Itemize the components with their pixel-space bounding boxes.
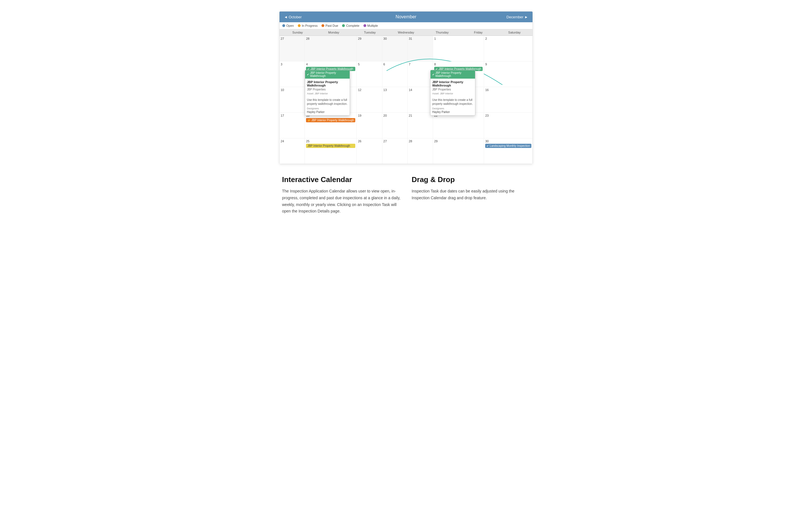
legend-dot-inprogress (298, 24, 301, 27)
cal-cell-nov2: 2 (484, 36, 532, 61)
event-nov18-jbp[interactable]: ⚡ JBP Interior Property Walkthrough (306, 118, 355, 122)
cal-cell-nov23: 23 (484, 113, 532, 138)
popup-nov8: ✔ JBP Interior Property Walkthrough JBP … (430, 70, 475, 116)
popup-nov4-body: JBP Interior Property Walkthrough JBP Pr… (305, 79, 350, 115)
day-header-tue: Tuesday (352, 29, 388, 35)
popup-header-icon: ✔ (307, 73, 309, 76)
popup-nov4: ✔ JBP Interior Property Walkthrough JBP … (305, 70, 350, 116)
popup-nov8-designees-label: Designees (432, 107, 473, 110)
cal-cell-nov12: 12 (357, 87, 382, 112)
event-flash-icon: ⚡ (308, 119, 311, 122)
legend-complete: Complete (342, 24, 359, 27)
cal-cell-nov25: 25 JBP Interior Property Walkthrough (305, 138, 356, 164)
cal-cell-nov18: 18 ⚡ JBP Interior Property Walkthrough (305, 113, 356, 138)
popup-nov4-main-title: JBP Interior Property Walkthrough (307, 80, 348, 87)
cal-cell-nov16: 16 (484, 87, 532, 112)
cal-cell-nov9: 9 (484, 61, 532, 87)
day-header-sat: Saturday (496, 29, 532, 35)
cal-cell-nov6: 6 (382, 61, 407, 87)
cal-cell-nov26: 26 (357, 138, 382, 164)
cal-cell-nov24: 24 (280, 138, 304, 164)
cal-cell-nov7: 7 (408, 61, 433, 87)
legend-label-multiple: Multiple (368, 24, 378, 27)
cal-cell-nov14: 14 (408, 87, 433, 112)
features-section: Interactive Calendar The Inspection Appl… (279, 175, 533, 215)
event-nov30-label: Landscaping Monthly Inspection (490, 144, 530, 147)
day-header-wed: Wednesday (388, 29, 424, 35)
legend-dot-complete (342, 24, 345, 27)
cal-cell-oct27: 27 (280, 36, 304, 61)
day-header-mon: Monday (316, 29, 352, 35)
popup8-header-icon: ✔ (432, 73, 434, 76)
popup-nov8-body: JBP Interior Property Walkthrough JBP Pr… (431, 79, 475, 115)
popup-nov4-desc: Use this template to create a full prope… (307, 98, 348, 106)
popup-nov4-header: ✔ JBP Interior Property Walkthrough (305, 70, 350, 79)
calendar-widget: ◄ October November December ► Open In Pr… (279, 11, 533, 164)
legend-label-inprogress: In Progress (302, 24, 318, 27)
event-nov30-landscaping[interactable]: ✔ Landscaping Monthly Inspection (485, 144, 531, 148)
cal-cell-nov30: 30 ✔ Landscaping Monthly Inspection (484, 138, 532, 164)
cal-cell-nov17: 17 (280, 113, 304, 138)
cal-cell-nov1: 1 (433, 36, 484, 61)
legend-inprogress: In Progress (298, 24, 318, 27)
calendar-header: ◄ October November December ► (280, 11, 532, 22)
legend-label-open: Open (286, 24, 294, 27)
event-nov18-label: JBP Interior Property Walkthrough (311, 119, 354, 122)
popup-nov8-person: Hayley Parker (432, 111, 473, 114)
feature-desc-dragdrop: Inspection Task due dates can be easily … (412, 188, 530, 201)
cal-cell-oct31: 31 (408, 36, 433, 61)
cal-cell-nov13: 13 (382, 87, 407, 112)
prev-month-button[interactable]: ◄ October (284, 15, 302, 19)
popup-header-title: JBP Interior Property Walkthrough (310, 71, 348, 78)
popup-nov8-company: JBP Properties (432, 88, 473, 91)
next-month-button[interactable]: December ► (506, 15, 528, 19)
feature-title-dragdrop: Drag & Drop (412, 175, 530, 184)
popup-nov4-company: JBP Properties (307, 88, 348, 91)
cal-cell-nov28: 28 (408, 138, 433, 164)
cal-cell-nov22: 22 (433, 113, 484, 138)
day-header-sun: Sunday (280, 29, 316, 35)
popup-nov8-desc: Use this template to create a full prope… (432, 98, 473, 106)
popup-nov8-header: ✔ JBP Interior Property Walkthrough (431, 70, 475, 79)
legend-label-complete: Complete (346, 24, 359, 27)
cal-cell-nov19: 19 (357, 113, 382, 138)
legend-multiple: Multiple (364, 24, 378, 27)
cal-cell-oct29: 29 (357, 36, 382, 61)
day-header-thu: Thursday (424, 29, 460, 35)
event-check-icon-30: ✔ (487, 145, 489, 147)
cal-cell-oct28: 28 (305, 36, 356, 61)
popup-nov4-designees-label: Designees (307, 107, 348, 110)
legend-pastdue: Past Due (321, 24, 338, 27)
feature-title-calendar: Interactive Calendar (282, 175, 400, 184)
cal-cell-nov4: 4 ✔ JBP Interior Property Walkthrough ✔ … (305, 61, 356, 87)
feature-drag-drop: Drag & Drop Inspection Task due dates ca… (412, 175, 530, 215)
legend-dot-open (282, 24, 285, 27)
cal-cell-nov20: 20 (382, 113, 407, 138)
popup-nov4-asset-label: Asset: JBP Interior (307, 92, 348, 95)
feature-desc-calendar: The Inspection Application Calendar allo… (282, 188, 400, 215)
legend-label-pastdue: Past Due (325, 24, 338, 27)
event-nov25-jbp[interactable]: JBP Interior Property Walkthrough (306, 144, 355, 148)
popup-nov4-person: Hayley Parker (307, 111, 348, 114)
popup8-header-title: JBP Interior Property Walkthrough (435, 71, 473, 78)
cal-cell-nov10: 10 (280, 87, 304, 112)
calendar-legend: Open In Progress Past Due Complete Multi… (280, 22, 532, 29)
legend-open: Open (282, 24, 294, 27)
cal-cell-oct30: 30 (382, 36, 407, 61)
legend-dot-pastdue (321, 24, 324, 27)
cal-cell-nov3: 3 (280, 61, 304, 87)
day-headers: Sunday Monday Tuesday Wednesday Thursday… (280, 29, 532, 36)
legend-dot-multiple (364, 24, 366, 27)
cal-cell-nov27: 27 (382, 138, 407, 164)
cal-cell-nov21: 21 (408, 113, 433, 138)
popup-nov8-main-title: JBP Interior Property Walkthrough (432, 80, 473, 87)
current-month-label: November (396, 15, 416, 20)
cal-cell-nov8: 8 ✔ JBP Interior Property Walkthrough ✔ … (433, 61, 484, 87)
feature-interactive-calendar: Interactive Calendar The Inspection Appl… (282, 175, 400, 215)
calendar-grid: 27 28 29 30 31 1 2 3 4 ✔ JBP Interior Pr… (280, 36, 532, 164)
cal-cell-nov29: 29 (433, 138, 484, 164)
day-header-fri: Friday (460, 29, 496, 35)
event-nov25-label: JBP Interior Property Walkthrough (308, 144, 350, 147)
popup-nov8-asset-label: Asset: JBP Interior (432, 92, 473, 95)
cal-cell-nov5: 5 (357, 61, 382, 87)
